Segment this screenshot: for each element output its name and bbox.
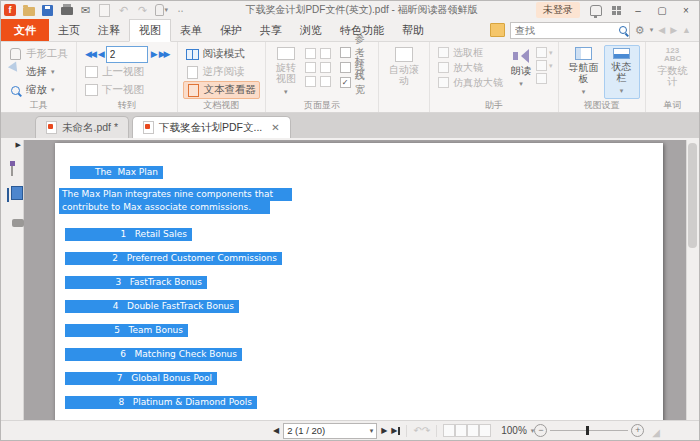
settings-gear-icon[interactable]: ⚙ [635,24,645,37]
status-prev-page-icon[interactable]: ◀ [273,426,279,435]
guides-checkbox[interactable] [340,47,351,58]
selected-text-line[interactable]: 3 FastTrack Bonus [65,276,207,289]
panel-expand-icon[interactable]: ▶ [16,141,23,149]
save-icon[interactable] [41,4,54,17]
collapse-ribbon-icon[interactable]: ▲ [682,25,691,35]
search-input[interactable] [510,22,630,39]
first-page-icon[interactable]: ◀◀ [85,49,95,59]
tab-home[interactable]: 主页 [49,19,89,41]
login-button[interactable]: 未登录 [536,2,580,18]
gear-caret-icon[interactable]: ▾ [650,26,654,34]
title-bar: f ✉ ↶ ↷ ▾ ∙∙ 下载奖金计划PDF文件(英文).pdf - 福昕阅读器… [1,1,699,19]
search-box [510,22,630,39]
clipboard-icon [98,4,111,17]
next-view-icon [85,84,98,96]
status-last-page-icon[interactable]: ▶ [391,426,400,435]
document-tab-bar: 未命名.pdf * 下载奖金计划PDF文... ✕ [1,113,699,138]
zoom-slider-thumb[interactable] [586,426,589,435]
tab-form[interactable]: 表单 [171,19,211,41]
selected-text-line[interactable]: contribute to Max associate commissions. [59,201,270,214]
selected-text-line[interactable]: 7 Global Bonus Pool [65,372,217,385]
minimize-button[interactable]: – [631,5,645,16]
selected-text-line[interactable]: 5 Team Bonus [65,324,188,337]
doc-tab-untitled[interactable]: 未命名.pdf * [35,116,129,138]
next-view-button: 下一视图 [82,81,172,99]
read-mode-button[interactable]: 阅读模式 [183,45,261,63]
vertical-scrollbar[interactable] [686,140,699,421]
tab-comment[interactable]: 注释 [89,19,129,41]
status-prev-view-icon: ↶ [413,425,421,436]
facing-pages-icon [320,48,331,59]
email-icon[interactable]: ✉ [79,4,92,17]
selected-text-line[interactable]: 2 Preferred Customer Commissions [65,252,282,265]
touch-mode-icon[interactable]: ▾ [155,4,168,17]
tab-help[interactable]: 帮助 [393,19,433,41]
prev-view-icon [85,66,98,78]
last-page-icon[interactable]: ▶▶ [159,49,169,59]
fisheye-magnifier-button: 仿真放大镜 [435,75,506,90]
show-cover-icon [305,76,316,87]
group-tools: 手形工具 选择▾ 缩放▾ 工具 [1,42,77,112]
group-auto-scroll: 自动滚动 [379,42,430,112]
zoom-level-label: 100% [501,425,527,436]
close-button[interactable]: × [679,5,693,16]
print-icon[interactable] [60,4,73,17]
customize-toolbar-icon[interactable]: ∙∙ [174,4,187,17]
foxit-logo-icon[interactable]: f [4,4,16,16]
status-bar-button[interactable]: 状态栏▾ [604,45,640,99]
line-weights-checkbox[interactable]: ✓ [340,77,351,88]
page-number-input[interactable] [106,46,148,63]
split-view-icon [320,76,331,87]
open-file-icon[interactable] [22,4,35,17]
status-bar-icon [613,48,630,59]
next-page-icon[interactable]: ▶ [151,49,156,59]
restore-button[interactable]: ▢ [655,5,669,16]
zoom-in-icon[interactable]: + [631,424,644,437]
zoom-button[interactable]: 缩放▾ [6,81,71,99]
search-magnifier-icon[interactable] [619,26,627,34]
navigation-panel-strip: ▶ [1,140,24,421]
scrollbar-thumb[interactable] [688,143,697,248]
tab-share[interactable]: 共享 [251,19,291,41]
nav-panels-button[interactable]: 导航面板▾ [564,45,604,99]
history-forward-icon: ▶ [670,25,677,35]
close-tab-icon[interactable]: ✕ [271,122,279,133]
status-page-field[interactable]: 2 (1 / 20)▾ [283,423,377,439]
text-viewer-button[interactable]: 文本查看器 [183,81,261,99]
pdf-page[interactable]: The Max Plan The Max Plan integrates nin… [55,143,663,421]
line-weights-checkbox-row[interactable]: ✓ 线宽 [340,75,373,90]
selected-text-line[interactable]: 8 Platinum & Diamond Pools [65,396,257,409]
tab-browse[interactable]: 浏览 [291,19,331,41]
word-count-button: 123ABC 字数统计 [651,45,695,99]
read-aloud-button[interactable]: 朗读▾ [506,45,536,99]
resize-grip-icon[interactable]: ◢ [652,427,660,438]
status-next-page-icon[interactable]: ▶ [381,426,387,435]
zoom-out-icon[interactable]: − [534,424,547,437]
status-bar: ◀ 2 (1 / 20)▾ ▶ ▶ ↶ ↷ 100% ▾ − + ◢ [1,420,699,440]
selected-text-line[interactable]: The Max Plan [70,166,163,179]
selected-text-line[interactable]: The Max Plan integrates nine components … [59,188,292,201]
prev-page-icon[interactable]: ◀ [98,49,103,59]
bookmarks-panel-icon[interactable] [11,163,13,175]
selected-text-line[interactable]: 1 Retail Sales [65,228,192,241]
rulers-checkbox[interactable] [340,62,351,73]
select-button[interactable]: 选择▾ [6,63,71,81]
notification-icon[interactable] [590,5,602,16]
read-option-3 [536,73,553,84]
document-canvas[interactable]: The Max Plan The Max Plan integrates nin… [24,140,686,421]
selected-text-line[interactable]: 6 Matching Check Bonus [65,348,242,361]
doc-tab-active[interactable]: 下载奖金计划PDF文... ✕ [132,116,291,138]
pages-panel-icon[interactable] [7,189,9,201]
apps-grid-icon[interactable] [612,6,621,15]
auto-scroll-button[interactable]: 自动滚动 [384,45,424,99]
doc-search-icon[interactable] [490,23,505,37]
zoom-slider[interactable] [550,430,628,431]
tab-file[interactable]: 文件 [1,19,49,41]
rotate-view-icon [277,47,295,60]
selected-text-line[interactable]: 4 Double FastTrack Bonus [65,300,239,313]
tab-protect[interactable]: 保护 [211,19,251,41]
tab-view[interactable]: 视图 [129,19,171,42]
page-layout-options [301,45,336,99]
cursor-icon [9,66,22,78]
ribbon: 手形工具 选择▾ 缩放▾ 工具 ◀◀ ◀ ▶ [1,42,699,113]
